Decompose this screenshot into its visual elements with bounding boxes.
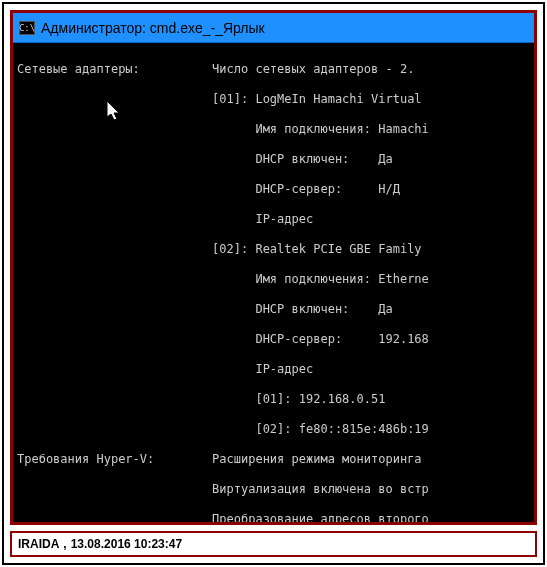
console-line: Требования Hyper-V: Расширения режима мо… [17, 452, 530, 467]
console-line: IP-адрес [17, 212, 530, 227]
window-titlebar[interactable]: C:\ Администратор: cmd.exe_-_Ярлык [13, 13, 534, 43]
console-output[interactable]: Сетевые адаптеры: Число сетевых адаптеро… [13, 43, 534, 522]
console-line: DHCP включен: Да [17, 152, 530, 167]
console-line: DHCP включен: Да [17, 302, 530, 317]
console-line: [02]: Realtek PCIe GBE Family [17, 242, 530, 257]
cmd-icon: C:\ [19, 21, 35, 35]
console-line: Имя подключения: Hamachi [17, 122, 530, 137]
window-title: Администратор: cmd.exe_-_Ярлык [41, 20, 265, 36]
attribution-bar: IRAIDA , 13.08.2016 10:23:47 [10, 531, 537, 557]
console-line: DHCP-сервер: 192.168 [17, 332, 530, 347]
console-line: DHCP-сервер: Н/Д [17, 182, 530, 197]
author-name: IRAIDA [18, 537, 59, 551]
console-line: [01]: LogMeIn Hamachi Virtual [17, 92, 530, 107]
console-line: Преобразование адресов второго [17, 512, 530, 522]
console-line: [02]: fe80::815e:486b:19 [17, 422, 530, 437]
console-line: [01]: 192.168.0.51 [17, 392, 530, 407]
console-window-frame: C:\ Администратор: cmd.exe_-_Ярлык Сетев… [10, 10, 537, 525]
timestamp: 13.08.2016 10:23:47 [71, 537, 182, 551]
console-line: Сетевые адаптеры: Число сетевых адаптеро… [17, 62, 530, 77]
console-line: Виртуализация включена во встр [17, 482, 530, 497]
console-line: IP-адрес [17, 362, 530, 377]
outer-frame: C:\ Администратор: cmd.exe_-_Ярлык Сетев… [2, 2, 545, 565]
separator: , [63, 537, 66, 551]
console-line: Имя подключения: Etherne [17, 272, 530, 287]
